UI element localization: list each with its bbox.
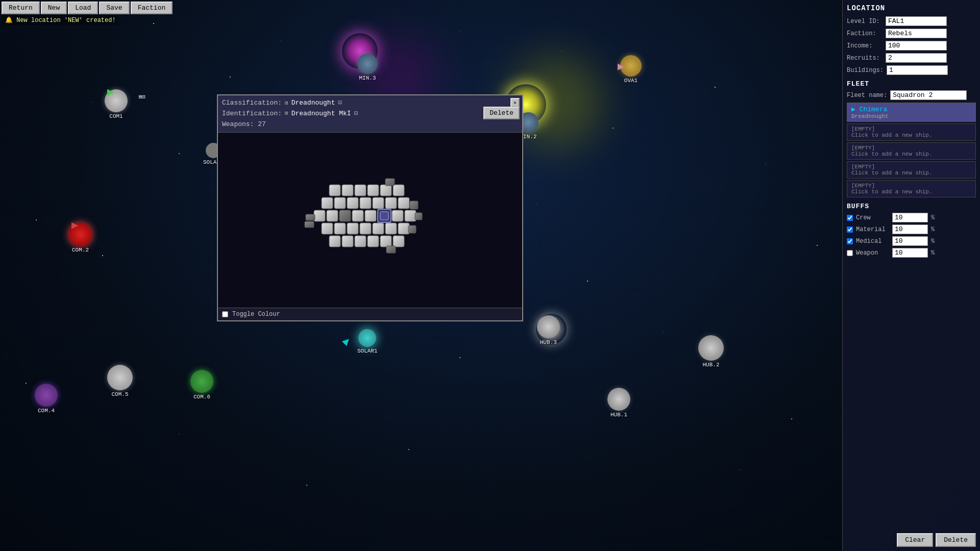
- svg-rect-58: [355, 236, 366, 247]
- svg-rect-56: [329, 236, 340, 247]
- buff-material-checkbox[interactable]: [847, 227, 853, 233]
- toggle-colour-label: Toggle Colour: [232, 311, 280, 318]
- buff-weapon-pct: %: [931, 249, 935, 257]
- buff-medical-checkbox[interactable]: [847, 238, 853, 244]
- buff-medical-label: Medical: [856, 238, 889, 245]
- buff-material-pct: %: [931, 226, 935, 233]
- node-hub2[interactable]: HUB.2: [698, 335, 724, 368]
- toolbar: Return New Load Save Faction: [0, 0, 174, 16]
- identification-icon: ⊞: [285, 109, 288, 118]
- buff-weapon-label: Weapon: [856, 249, 889, 257]
- svg-rect-26: [368, 185, 379, 196]
- node-com5-label: COM.5: [111, 391, 128, 397]
- node-hub3[interactable]: HUB.3: [537, 315, 560, 345]
- fleet-item-empty-4-name: [EMPTY]: [851, 183, 971, 189]
- buildings-input[interactable]: [887, 65, 948, 75]
- recruits-input[interactable]: [886, 53, 947, 63]
- return-button[interactable]: Return: [2, 2, 40, 14]
- svg-rect-52: [373, 223, 384, 234]
- buff-crew-checkbox[interactable]: [847, 215, 853, 221]
- buff-weapon-checkbox[interactable]: [847, 250, 853, 256]
- income-label: Income:: [847, 42, 883, 49]
- node-com6[interactable]: COM.6: [190, 370, 213, 400]
- node-hub1[interactable]: HUB.1: [607, 388, 630, 418]
- identification-value: Dreadnought MkI: [291, 109, 351, 119]
- svg-rect-54: [398, 223, 409, 234]
- fleet-item-empty-2[interactable]: [EMPTY] Click to add a new ship.: [847, 142, 976, 160]
- arrow-com1: ▶: [107, 85, 114, 99]
- clear-button[interactable]: Clear: [897, 533, 933, 547]
- fleet-item-empty-1[interactable]: [EMPTY] Click to add a new ship.: [847, 123, 976, 141]
- svg-line-4: [126, 64, 153, 77]
- fleet-item-chimera[interactable]: ▶ Chimera Dreadnought: [847, 103, 976, 122]
- node-hub1-label: HUB.1: [610, 412, 627, 418]
- svg-rect-47: [415, 213, 422, 220]
- svg-rect-45: [392, 210, 403, 221]
- svg-rect-50: [347, 223, 358, 234]
- weapons-row: Weapons: 27: [222, 119, 518, 130]
- arrow-ova1: ▶: [618, 60, 624, 73]
- node-com4-label: COM.4: [38, 408, 55, 414]
- node-solar1[interactable]: SOLAR1: [357, 329, 378, 354]
- svg-rect-33: [360, 197, 371, 209]
- ship-display-area: [218, 133, 522, 308]
- node-hub2-label: HUB.2: [702, 362, 719, 368]
- svg-rect-34: [373, 197, 384, 209]
- fleet-item-empty-4[interactable]: [EMPTY] Click to add a new ship.: [847, 180, 976, 197]
- notification-bar: 🔔 New location 'NEW' created!: [3, 15, 118, 25]
- fleet-item-empty-3[interactable]: [EMPTY] Click to add a new ship.: [847, 161, 976, 179]
- faction-input[interactable]: [886, 29, 947, 38]
- weapons-text: Weapons: 27: [222, 119, 266, 130]
- classification-row: Classification: ⊞ Dreadnought ⊡: [222, 98, 518, 109]
- node-com4[interactable]: COM.4: [35, 384, 58, 414]
- expand-icon-2[interactable]: ⊡: [354, 109, 358, 119]
- node-ova1-label: OVA1: [624, 78, 638, 84]
- income-input[interactable]: [886, 41, 947, 51]
- level-id-row: Level ID:: [847, 16, 976, 26]
- ship-footer: Toggle Colour: [218, 308, 522, 320]
- svg-rect-30: [322, 197, 333, 209]
- panel-delete-button[interactable]: Delete: [936, 533, 976, 547]
- fleet-item-empty-2-name: [EMPTY]: [851, 145, 971, 151]
- level-id-input[interactable]: [886, 16, 947, 26]
- svg-rect-39: [327, 210, 338, 221]
- buff-crew-input[interactable]: [892, 213, 928, 222]
- svg-rect-51: [360, 223, 371, 234]
- location-title: LOCATION: [847, 4, 976, 12]
- arrow-com2: ▶: [71, 218, 78, 232]
- node-com5[interactable]: COM.5: [107, 365, 133, 397]
- fleet-item-empty-4-sub: Click to add a new ship.: [851, 189, 971, 195]
- save-button[interactable]: Save: [99, 2, 129, 14]
- load-button[interactable]: Load: [68, 2, 98, 14]
- expand-icon-1[interactable]: ⊡: [338, 98, 342, 109]
- fleet-item-empty-2-sub: Click to add a new ship.: [851, 151, 971, 157]
- svg-rect-40: [339, 210, 351, 221]
- classification-label: Classification:: [222, 98, 282, 109]
- svg-rect-23: [329, 185, 340, 196]
- svg-rect-25: [355, 185, 366, 196]
- new-button[interactable]: New: [41, 2, 67, 14]
- faction-row: Faction:: [847, 29, 976, 38]
- fleet-item-empty-3-name: [EMPTY]: [851, 164, 971, 170]
- faction-label: Faction:: [847, 30, 883, 37]
- fleet-name-input[interactable]: [890, 90, 967, 100]
- svg-rect-62: [386, 246, 396, 253]
- buffs-title: BUFFS: [847, 203, 976, 210]
- node-hub3-label: HUB.3: [540, 339, 557, 345]
- dialog-delete-button[interactable]: Delete: [483, 107, 520, 119]
- buff-weapon-input[interactable]: [892, 248, 928, 258]
- svg-rect-44: [380, 212, 388, 220]
- buff-crew-pct: %: [931, 214, 935, 221]
- svg-rect-29: [385, 179, 395, 186]
- dialog-close-button[interactable]: ×: [510, 98, 520, 107]
- recruits-row: Recruits:: [847, 53, 976, 63]
- buff-weapon-row: Weapon %: [847, 248, 976, 258]
- node-min3[interactable]: MIN.3: [357, 54, 378, 81]
- buff-material-input[interactable]: [892, 224, 928, 234]
- toggle-colour-checkbox[interactable]: [222, 311, 228, 317]
- panel-bottom-buttons: Clear Delete: [897, 533, 976, 547]
- svg-rect-28: [393, 185, 404, 196]
- faction-button[interactable]: Faction: [131, 2, 173, 14]
- buff-medical-input[interactable]: [892, 236, 928, 246]
- recruits-label: Recruits:: [847, 55, 883, 62]
